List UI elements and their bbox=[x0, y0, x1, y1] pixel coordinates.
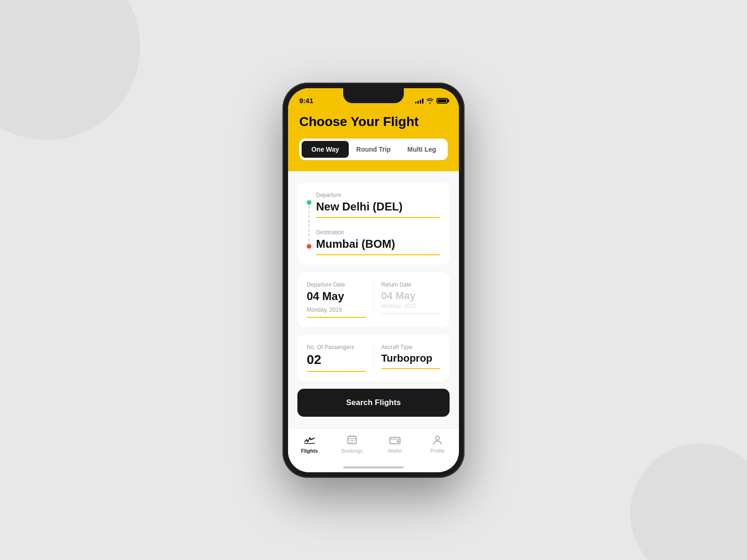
departure-dot bbox=[307, 200, 311, 205]
wallet-icon bbox=[389, 434, 401, 446]
bookings-icon bbox=[346, 434, 358, 446]
departure-date-label: Departure Date bbox=[307, 281, 366, 288]
departure-date-field[interactable]: Departure Date 04 May Monday, 2019 bbox=[307, 281, 366, 318]
aircraft-field[interactable]: Aircraft Type Turboprop bbox=[381, 344, 441, 372]
departure-field[interactable]: Departure New Delhi (DEL) bbox=[316, 192, 440, 218]
tab-multi-leg[interactable]: Multi Leg bbox=[398, 141, 445, 158]
flights-icon bbox=[303, 434, 316, 446]
destination-dot bbox=[307, 244, 311, 249]
departure-value: New Delhi (DEL) bbox=[316, 200, 440, 213]
route-section: Departure New Delhi (DEL) Destination Mu… bbox=[307, 192, 440, 255]
svg-rect-2 bbox=[397, 441, 399, 442]
passengers-field[interactable]: No. Of Passengers 02 bbox=[307, 344, 366, 372]
page-title: Choose Your Flight bbox=[299, 114, 448, 129]
main-content: Departure New Delhi (DEL) Destination Mu… bbox=[288, 171, 459, 428]
return-date-value: 04 May bbox=[381, 290, 441, 302]
search-flights-button[interactable]: Search Flights bbox=[297, 389, 450, 417]
return-date-sub: Monday, 2019 bbox=[381, 303, 441, 309]
status-icons bbox=[415, 98, 448, 104]
home-bar bbox=[343, 466, 404, 469]
departure-date-value: 04 May bbox=[307, 290, 366, 303]
passengers-underline bbox=[307, 371, 366, 372]
departure-underline bbox=[316, 217, 440, 218]
wifi-icon bbox=[426, 98, 434, 104]
dates-card: Departure Date 04 May Monday, 2019 Retur… bbox=[297, 272, 450, 327]
status-time: 9:41 bbox=[299, 97, 313, 105]
aircraft-underline bbox=[381, 368, 441, 369]
notch bbox=[343, 88, 404, 103]
destination-underline bbox=[316, 254, 440, 255]
tab-round-trip[interactable]: Round Trip bbox=[350, 141, 397, 158]
nav-label-wallet: Wallet bbox=[388, 448, 402, 454]
passengers-divider bbox=[374, 344, 374, 372]
nav-label-bookings: Bookings bbox=[342, 448, 363, 454]
svg-point-3 bbox=[436, 436, 439, 440]
header: Choose Your Flight One Way Round Trip Mu… bbox=[288, 111, 459, 171]
tab-one-way[interactable]: One Way bbox=[302, 141, 349, 158]
route-line bbox=[309, 201, 310, 246]
profile-icon bbox=[431, 434, 444, 446]
aircraft-value: Turboprop bbox=[381, 352, 441, 364]
departure-label: Departure bbox=[316, 192, 440, 198]
passengers-aircraft-row: No. Of Passengers 02 Aircraft Type Turbo… bbox=[307, 344, 440, 372]
dates-divider bbox=[374, 281, 374, 318]
nav-item-flights[interactable]: Flights bbox=[296, 434, 324, 454]
return-date-underline bbox=[381, 313, 441, 314]
aircraft-label: Aircraft Type bbox=[381, 344, 441, 350]
nav-label-flights: Flights bbox=[301, 448, 318, 454]
battery-icon bbox=[437, 98, 448, 104]
passengers-aircraft-card: No. Of Passengers 02 Aircraft Type Turbo… bbox=[297, 335, 450, 381]
nav-item-profile[interactable]: Profile bbox=[423, 434, 451, 454]
return-date-field[interactable]: Return Date 04 May Monday, 2019 bbox=[381, 281, 441, 318]
destination-field[interactable]: Destination Mumbai (BOM) bbox=[316, 229, 440, 255]
return-date-label: Return Date bbox=[381, 281, 441, 288]
destination-value: Mumbai (BOM) bbox=[316, 238, 440, 251]
passengers-value: 02 bbox=[307, 352, 366, 367]
destination-label: Destination bbox=[316, 229, 440, 236]
home-indicator bbox=[288, 463, 459, 472]
signal-icon bbox=[415, 98, 423, 104]
passengers-label: No. Of Passengers bbox=[307, 344, 366, 350]
route-card: Departure New Delhi (DEL) Destination Mu… bbox=[297, 182, 450, 265]
departure-date-sub: Monday, 2019 bbox=[307, 307, 366, 313]
nav-item-wallet[interactable]: Wallet bbox=[381, 434, 409, 454]
nav-label-profile: Profile bbox=[430, 448, 445, 454]
departure-date-underline bbox=[307, 317, 366, 318]
trip-type-tabs: One Way Round Trip Multi Leg bbox=[299, 139, 448, 160]
bottom-nav: Flights Bookings bbox=[288, 428, 459, 463]
nav-item-bookings[interactable]: Bookings bbox=[338, 434, 366, 454]
dates-row: Departure Date 04 May Monday, 2019 Retur… bbox=[307, 281, 440, 318]
